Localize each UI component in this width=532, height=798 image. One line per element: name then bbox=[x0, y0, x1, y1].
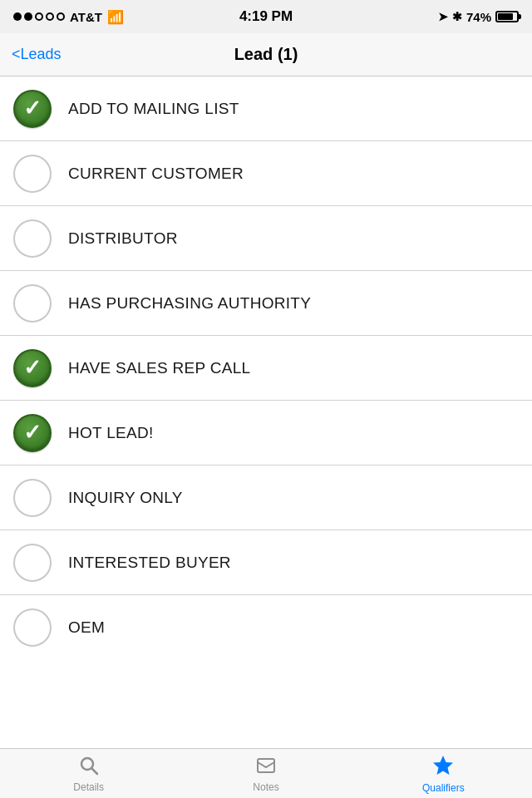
list-item[interactable]: DISTRIBUTOR bbox=[0, 206, 532, 271]
signal-dot-2 bbox=[24, 12, 32, 21]
bluetooth-icon: ✱ bbox=[452, 10, 462, 23]
signal-dot-5 bbox=[57, 12, 65, 21]
item-label: ADD TO MAILING LIST bbox=[68, 100, 239, 118]
tab-notes[interactable]: Notes bbox=[177, 749, 354, 798]
list-item[interactable]: INQUIRY ONLY bbox=[0, 466, 532, 530]
item-label: CURRENT CUSTOMER bbox=[68, 165, 244, 183]
list-item[interactable]: ✓HOT LEAD! bbox=[0, 401, 532, 466]
notes-tab-label: Notes bbox=[253, 781, 278, 793]
checkbox-1[interactable]: ✓ bbox=[13, 90, 52, 128]
qualifiers-tab-icon bbox=[431, 754, 455, 781]
list-item[interactable]: OEM bbox=[0, 595, 532, 660]
status-time: 4:19 PM bbox=[239, 8, 293, 25]
signal-dot-4 bbox=[46, 12, 54, 21]
signal-strength bbox=[13, 12, 65, 21]
checkbox-6[interactable]: ✓ bbox=[13, 414, 52, 452]
item-label: HAVE SALES REP CALL bbox=[68, 359, 250, 377]
battery-icon bbox=[495, 11, 519, 22]
tab-qualifiers[interactable]: Qualifiers bbox=[355, 749, 532, 798]
status-bar: AT&T 📶 4:19 PM ➤ ✱ 74% bbox=[0, 0, 532, 33]
checkbox-2[interactable] bbox=[13, 155, 52, 193]
wifi-icon: 📶 bbox=[107, 9, 124, 25]
checkmark-icon: ✓ bbox=[23, 357, 42, 378]
back-button[interactable]: <Leads bbox=[12, 46, 62, 63]
list-item[interactable]: HAS PURCHASING AUTHORITY bbox=[0, 271, 532, 336]
checkbox-3[interactable] bbox=[13, 219, 52, 258]
battery-percent: 74% bbox=[466, 10, 491, 24]
item-label: INQUIRY ONLY bbox=[68, 489, 183, 507]
notes-tab-icon bbox=[255, 755, 277, 780]
checkmark-icon: ✓ bbox=[23, 97, 42, 119]
page-title: Lead (1) bbox=[234, 45, 298, 64]
qualifiers-tab-label: Qualifiers bbox=[422, 782, 465, 794]
list-item[interactable]: ✓HAVE SALES REP CALL bbox=[0, 336, 532, 401]
item-label: OEM bbox=[68, 618, 105, 637]
checkmark-icon: ✓ bbox=[23, 421, 42, 443]
svg-line-1 bbox=[91, 768, 97, 774]
signal-dot-3 bbox=[35, 12, 43, 21]
checkbox-8[interactable] bbox=[13, 544, 52, 582]
list-item[interactable]: CURRENT CUSTOMER bbox=[0, 141, 532, 206]
checkbox-4[interactable] bbox=[13, 284, 52, 323]
item-label: DISTRIBUTOR bbox=[68, 229, 178, 248]
location-icon: ➤ bbox=[438, 10, 448, 23]
list-item[interactable]: INTERESTED BUYER bbox=[0, 530, 532, 595]
checkbox-5[interactable]: ✓ bbox=[13, 349, 52, 387]
svg-marker-3 bbox=[433, 756, 453, 775]
status-right: ➤ ✱ 74% bbox=[438, 10, 519, 24]
item-label: HOT LEAD! bbox=[68, 424, 154, 442]
list-item[interactable]: ✓ADD TO MAILING LIST bbox=[0, 76, 532, 141]
details-tab-icon bbox=[78, 755, 100, 780]
checkbox-9[interactable] bbox=[13, 608, 52, 647]
details-tab-label: Details bbox=[73, 781, 104, 793]
svg-rect-2 bbox=[258, 759, 274, 772]
qualifiers-list: ✓ADD TO MAILING LISTCURRENT CUSTOMERDIST… bbox=[0, 76, 532, 748]
battery-fill bbox=[498, 13, 513, 20]
nav-bar: <Leads Lead (1) bbox=[0, 33, 532, 76]
tab-details[interactable]: Details bbox=[0, 749, 177, 798]
carrier-name: AT&T bbox=[70, 10, 102, 24]
status-left: AT&T 📶 bbox=[13, 9, 124, 25]
signal-dot-1 bbox=[13, 12, 22, 21]
checkbox-7[interactable] bbox=[13, 479, 52, 517]
tab-bar: Details Notes Qualifiers bbox=[0, 748, 532, 798]
item-label: HAS PURCHASING AUTHORITY bbox=[68, 294, 311, 313]
item-label: INTERESTED BUYER bbox=[68, 554, 231, 572]
